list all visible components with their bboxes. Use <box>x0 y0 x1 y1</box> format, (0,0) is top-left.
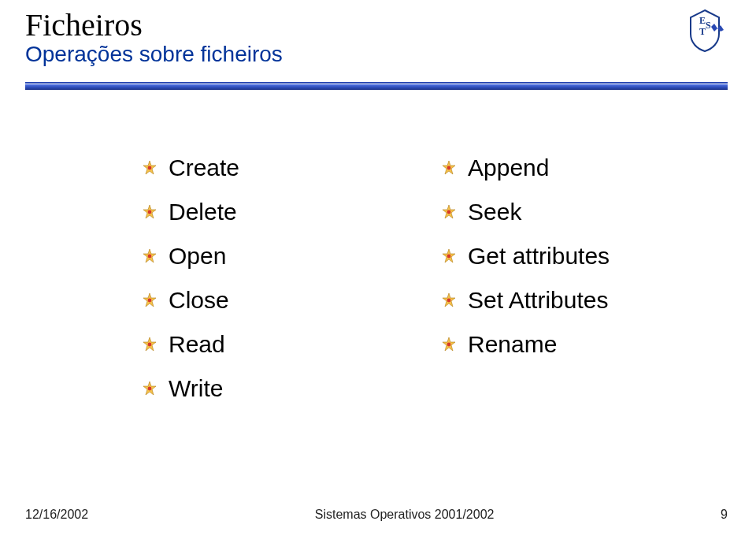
svg-point-12 <box>148 343 152 347</box>
star-bullet-icon <box>441 248 457 264</box>
list-item: Write <box>142 375 239 402</box>
list-item: Set Attributes <box>441 287 610 314</box>
star-bullet-icon <box>441 204 457 220</box>
list-item-label: Append <box>468 154 549 181</box>
star-bullet-icon <box>142 204 158 220</box>
star-bullet-icon <box>142 337 158 352</box>
header-divider <box>25 82 728 90</box>
footer-page: 9 <box>721 508 728 522</box>
list-item-label: Set Attributes <box>468 287 608 314</box>
list-item-label: Seek <box>468 199 521 225</box>
svg-point-24 <box>447 343 451 347</box>
column-left: Create Delete Open <box>142 137 239 419</box>
star-bullet-icon <box>441 337 457 352</box>
footer: 12/16/2002 Sistemas Operativos 2001/2002… <box>25 508 728 522</box>
svg-text:E: E <box>699 15 706 26</box>
star-bullet-icon <box>142 292 158 308</box>
svg-text:T: T <box>699 26 706 37</box>
slide-subtitle: Operações sobre ficheiros <box>25 42 283 67</box>
svg-point-14 <box>148 387 152 391</box>
footer-center: Sistemas Operativos 2001/2002 <box>88 508 721 522</box>
title-block: Ficheiros Operações sobre ficheiros <box>25 6 283 67</box>
list-item-label: Get attributes <box>468 243 610 270</box>
star-bullet-icon <box>142 248 158 264</box>
svg-point-18 <box>447 210 451 214</box>
star-bullet-icon <box>142 160 158 176</box>
list-item-label: Create <box>169 154 239 181</box>
list-item-label: Read <box>169 331 225 358</box>
list-item-label: Write <box>169 375 223 402</box>
svg-text:S: S <box>706 20 711 31</box>
slide: Ficheiros Operações sobre ficheiros E S … <box>0 0 756 536</box>
est-logo: E S T <box>682 8 728 54</box>
star-bullet-icon <box>142 381 158 396</box>
slide-title: Ficheiros <box>25 6 283 43</box>
svg-point-16 <box>447 166 451 170</box>
svg-point-8 <box>148 255 152 259</box>
list-item: Get attributes <box>441 243 610 270</box>
svg-point-6 <box>148 210 152 214</box>
list-item: Open <box>142 243 239 270</box>
svg-point-10 <box>148 299 152 303</box>
list-item: Delete <box>142 199 239 225</box>
footer-date: 12/16/2002 <box>25 508 88 522</box>
list-item: Seek <box>441 199 610 225</box>
list-item-label: Close <box>169 287 229 314</box>
list-item: Create <box>142 154 239 181</box>
list-item-label: Delete <box>169 199 237 225</box>
list-item: Append <box>441 154 610 181</box>
list-item-label: Rename <box>468 331 557 358</box>
svg-point-20 <box>447 255 451 259</box>
list-item-label: Open <box>169 243 226 270</box>
list-item: Close <box>142 287 239 314</box>
list-item: Rename <box>441 331 610 358</box>
column-right: Append Seek Get attribut <box>441 137 610 375</box>
svg-point-4 <box>148 166 152 170</box>
star-bullet-icon <box>441 292 457 308</box>
star-bullet-icon <box>441 160 457 176</box>
svg-point-22 <box>447 299 451 303</box>
content-area: Create Delete Open <box>0 118 756 489</box>
list-item: Read <box>142 331 239 358</box>
